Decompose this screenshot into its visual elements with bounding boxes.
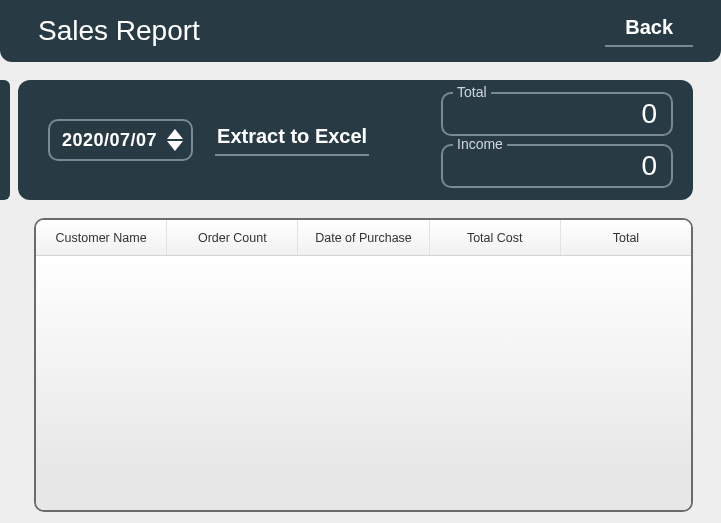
chevron-down-icon[interactable] [167,141,183,151]
col-customer-name[interactable]: Customer Name [36,220,167,255]
income-box: Income 0 [441,144,673,188]
grid-header-row: Customer Name Order Count Date of Purcha… [36,220,691,256]
sales-grid[interactable]: Customer Name Order Count Date of Purcha… [34,218,693,512]
total-label: Total [453,84,491,100]
col-date-of-purchase[interactable]: Date of Purchase [298,220,429,255]
date-value: 2020/07/07 [62,130,157,151]
date-spinner[interactable]: 2020/07/07 [48,119,193,161]
chevron-up-icon[interactable] [167,129,183,139]
grid-body [36,256,691,510]
col-total[interactable]: Total [561,220,691,255]
page-title: Sales Report [38,15,200,47]
left-edge-tab [0,80,10,200]
col-order-count[interactable]: Order Count [167,220,298,255]
col-total-cost[interactable]: Total Cost [430,220,561,255]
totals-group: Total 0 Income 0 [441,92,673,188]
date-spinner-arrows [167,129,183,151]
income-value: 0 [641,150,657,182]
header-bar: Sales Report Back [0,0,721,62]
filter-panel: 2020/07/07 Extract to Excel Total 0 Inco… [18,80,693,200]
extract-to-excel-button[interactable]: Extract to Excel [215,125,369,156]
total-box: Total 0 [441,92,673,136]
back-button[interactable]: Back [605,16,693,47]
income-label: Income [453,136,507,152]
total-value: 0 [641,98,657,130]
